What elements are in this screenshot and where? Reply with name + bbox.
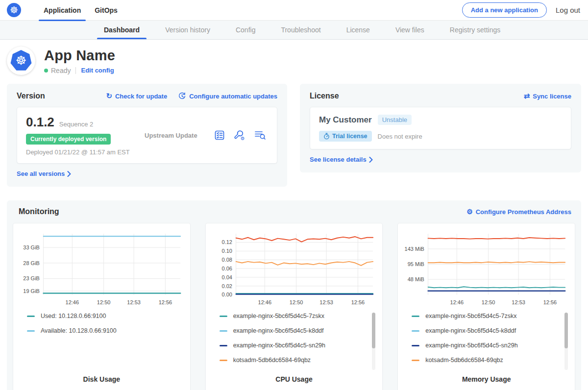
customer-name: My Customer [319, 115, 372, 125]
legend-label: Used: 10.128.0.66:9100 [41, 313, 106, 319]
see-license-details-link[interactable]: See license details [310, 156, 373, 163]
cpu-usage-chart-card: 0.000.020.040.060.080.100.1212:4612:5012… [205, 223, 383, 390]
svg-text:12:56: 12:56 [351, 299, 365, 305]
legend-label: example-nginx-5bc6f5d4c5-7zskx [425, 313, 516, 319]
legend-item: Used: 10.128.0.66:9100 [27, 313, 183, 319]
legend-label: example-nginx-5bc6f5d4c5-k8ddf [425, 327, 516, 334]
app-header: ☸ App Name Ready Edit config [0, 40, 588, 83]
svg-text:33 GiB: 33 GiB [23, 244, 40, 250]
edit-config-link[interactable]: Edit config [81, 67, 114, 74]
clock-refresh-icon [178, 92, 186, 100]
sequence-label: Sequence 2 [59, 121, 93, 128]
legend-item: kotsadm-5db6dc6584-69qbz [412, 357, 568, 364]
topnav-tab-gitops[interactable]: GitOps [88, 0, 124, 21]
channel-badge: Unstable [378, 115, 412, 125]
preflight-checks-icon[interactable] [214, 130, 225, 141]
svg-text:12:46: 12:46 [450, 299, 464, 305]
svg-text:0.12: 0.12 [221, 239, 232, 245]
svg-text:12:56: 12:56 [543, 299, 557, 305]
cpu-usage-legend: example-nginx-5bc6f5d4c5-7zskxexample-ng… [214, 313, 376, 372]
svg-text:0.04: 0.04 [221, 274, 232, 280]
svg-text:0.00: 0.00 [221, 292, 232, 297]
legend-color-dash [412, 330, 419, 332]
memory-usage-chart-card: 48 MiB95 MiB143 MiB12:4612:5012:5312:56 … [397, 223, 575, 390]
logout-link[interactable]: Log out [556, 6, 580, 14]
subnav-tab-troubleshoot[interactable]: Troubleshoot [268, 21, 333, 39]
subnav-tab-version-history[interactable]: Version history [152, 21, 223, 39]
legend-color-dash [412, 345, 419, 346]
legend-label: example-nginx-5bc6f5d4c5-sn29h [233, 342, 325, 349]
legend-color-dash [412, 316, 419, 317]
refresh-icon: ↻ [106, 92, 112, 100]
license-card: License ⇄ Sync license My Customer Unsta… [300, 84, 581, 172]
configure-prometheus-button[interactable]: ⚙ Configure Prometheus Address [466, 208, 571, 216]
subnav-tab-view-files[interactable]: View files [383, 21, 437, 39]
memory-usage-chart-title: Memory Usage [402, 372, 571, 390]
svg-text:12:53: 12:53 [512, 299, 526, 305]
legend-label: kotsadm-5db6dc6584-69qbz [425, 357, 503, 364]
svg-text:12:53: 12:53 [319, 299, 333, 305]
current-version-card: 0.1.2 Sequence 2 Currently deployed vers… [17, 107, 277, 164]
svg-text:12:50: 12:50 [97, 299, 111, 305]
subnav-tab-registry-settings[interactable]: Registry settings [437, 21, 513, 39]
status-dot-icon [44, 69, 48, 73]
disk-usage-chart-card: 19 GiB23 GiB28 GiB33 GiB12:4612:5012:531… [13, 223, 191, 390]
svg-text:⚙: ⚙ [241, 136, 245, 141]
legend-label: Available: 10.128.0.66:9100 [41, 327, 117, 334]
subnav-tab-dashboard[interactable]: Dashboard [91, 21, 152, 39]
sync-license-button[interactable]: ⇄ Sync license [524, 92, 571, 100]
legend-scrollbar[interactable] [372, 313, 375, 370]
legend-scrollbar-thumb[interactable] [564, 313, 568, 348]
legend-scrollbar[interactable] [564, 313, 568, 370]
version-card: Version ↻ Check for update Configure aut… [7, 84, 287, 187]
version-number: 0.1.2 [26, 115, 54, 130]
svg-text:0.06: 0.06 [221, 266, 232, 271]
app-sub-nav: DashboardVersion historyConfigTroublesho… [0, 21, 588, 40]
config-wrench-icon[interactable]: ⚙ [234, 129, 245, 141]
cpu-usage-plot: 0.000.020.040.060.080.100.1212:4612:5012… [210, 228, 379, 310]
legend-color-dash [220, 360, 227, 361]
deploy-logs-icon[interactable] [254, 130, 266, 141]
legend-label: example-nginx-5bc6f5d4c5-7zskx [233, 313, 324, 319]
svg-text:12:46: 12:46 [66, 299, 79, 305]
memory-usage-plot: 48 MiB95 MiB143 MiB12:4612:5012:5312:56 [402, 228, 571, 310]
kubernetes-heptagon-icon: ☸ [10, 49, 32, 72]
gear-icon: ⚙ [466, 208, 473, 216]
configure-automatic-updates-button[interactable]: Configure automatic updates [178, 92, 277, 100]
license-expiry: Does not expire [378, 133, 422, 140]
add-application-button[interactable]: Add a new application [462, 2, 547, 18]
top-nav-tabs: ApplicationGitOps [37, 0, 124, 21]
legend-item: example-nginx-5bc6f5d4c5-k8ddf [220, 327, 376, 334]
subnav-tab-config[interactable]: Config [223, 21, 268, 39]
topnav-tab-application[interactable]: Application [37, 0, 88, 21]
legend-item: example-nginx-5bc6f5d4c5-7zskx [412, 313, 568, 319]
kubernetes-logo-icon[interactable]: ☸ [7, 3, 21, 17]
legend-color-dash [220, 316, 227, 317]
memory-usage-legend: example-nginx-5bc6f5d4c5-7zskxexample-ng… [406, 313, 568, 372]
legend-color-dash [220, 345, 227, 346]
chevron-right-icon [67, 171, 71, 177]
legend-item: example-nginx-5bc6f5d4c5-sn29h [412, 342, 568, 349]
deployed-timestamp: Deployed 01/21/22 @ 11:57 am EST [26, 148, 139, 156]
svg-text:0.02: 0.02 [221, 283, 232, 289]
see-all-versions-link[interactable]: See all versions [17, 170, 71, 177]
subnav-tab-license[interactable]: License [334, 21, 383, 39]
legend-color-dash [412, 360, 419, 361]
app-name-title: App Name [44, 48, 115, 64]
check-for-update-button[interactable]: ↻ Check for update [106, 92, 167, 100]
svg-text:95 MiB: 95 MiB [408, 261, 424, 267]
legend-label: kotsadm-5db6dc6584-69qbz [233, 357, 311, 364]
deployed-badge: Currently deployed version [26, 134, 111, 145]
legend-scrollbar-thumb[interactable] [372, 313, 375, 348]
monitoring-section: Monitoring ⚙ Configure Prometheus Addres… [7, 200, 581, 390]
legend-color-dash [220, 330, 227, 332]
stopwatch-icon [323, 133, 330, 140]
svg-text:48 MiB: 48 MiB [408, 276, 424, 282]
legend-label: example-nginx-5bc6f5d4c5-sn29h [425, 342, 517, 349]
legend-item: example-nginx-5bc6f5d4c5-sn29h [220, 342, 376, 349]
license-detail-card: My Customer Unstable Trial license Does … [310, 107, 571, 149]
legend-item: example-nginx-5bc6f5d4c5-7zskx [220, 313, 376, 319]
version-card-title: Version [17, 92, 45, 100]
svg-text:19 GiB: 19 GiB [23, 288, 40, 294]
svg-text:0.10: 0.10 [221, 248, 232, 254]
